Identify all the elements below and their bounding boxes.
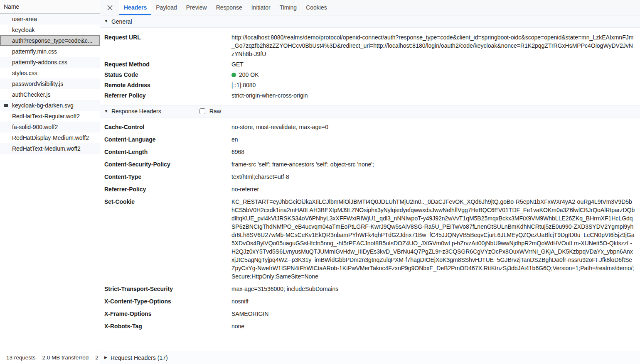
name-column-header[interactable]: Name [0,0,100,14]
status-dot-icon [231,73,236,77]
header-name: Content-Security-Policy [100,160,231,169]
response-headers-section-header[interactable]: ▼ Response Headers Raw [100,105,640,117]
close-x-glyph [107,5,113,11]
request-row[interactable]: RedHatText-Regular.woff2 [0,111,100,122]
header-name: Strict-Transport-Security [100,285,231,293]
request-name: authChecker.js [12,91,51,98]
header-value: strict-origin-when-cross-origin [231,91,640,100]
header-row: Status Code200 OK [100,69,640,80]
request-name: patternfly-addons.css [12,59,67,66]
header-value: text/html;charset=utf-8 [231,173,640,181]
header-value: 6968 [231,148,640,156]
header-name: X-Content-Type-Options [100,297,231,305]
request-row[interactable]: keycloak-bg-darken.svg [0,100,100,111]
header-name: Referrer Policy [100,91,231,100]
tab-preview[interactable]: Preview [182,0,212,15]
header-value: SAMEORIGIN [231,310,640,318]
status-text: 200 OK [239,71,258,78]
network-status-bar: 13 requests 2.0 MB transferred 2 [0,351,100,364]
header-row: X-Content-Type-Optionsnosniff [100,295,640,308]
request-row[interactable]: patternfly-addons.css [0,57,100,68]
tabs-strip: HeadersPayloadPreviewResponseInitiatorTi… [119,0,332,15]
response-headers-section-title: Response Headers [111,108,161,115]
tab-label: Headers [124,4,147,11]
tab-label: Payload [156,4,177,11]
request-row[interactable]: patternfly.min.css [0,46,100,57]
request-list: user-areakeycloakauth?response_type=code… [0,14,100,364]
transferred-amount: 2.0 MB transferred [42,354,89,361]
request-name: RedHatText-Medium.woff2 [12,145,81,152]
header-row: Cache-Controlno-store, must-revalidate, … [100,121,640,133]
devtools-network-panel: Name user-areakeycloakauth?response_type… [0,0,640,364]
request-detail-pane: HeadersPayloadPreviewResponseInitiatorTi… [100,0,640,364]
name-column-label: Name [4,3,19,10]
header-value: 200 OK [231,71,640,79]
request-name: RedHatDisplay-Medium.woff2 [12,134,89,141]
header-row: Content-Security-Policyframe-src 'self';… [100,158,640,171]
tab-cookies[interactable]: Cookies [301,0,332,15]
request-name: fa-solid-900.woff2 [12,124,58,130]
header-value: no-store, must-revalidate, max-age=0 [231,123,640,131]
tab-label: Timing [280,4,297,11]
request-headers-section-header[interactable]: ▶ Request Headers (17) [100,351,640,364]
header-name: Status Code [100,71,231,79]
header-value: [::1]:8080 [231,81,640,89]
header-value: nosniff [231,297,640,305]
header-row: Referrer Policystrict-origin-when-cross-… [100,90,640,100]
request-name: passwordVisibility.js [12,81,63,87]
tab-response[interactable]: Response [212,0,247,15]
tab-initiator[interactable]: Initiator [247,0,275,15]
header-name: Request Method [100,60,231,68]
tab-headers[interactable]: Headers [119,0,151,15]
general-rows: Request URLhttp://localhost:8080/realms/… [100,28,640,105]
header-name: Remote Address [100,81,231,89]
request-headers-section-title: Request Headers (17) [111,354,168,361]
request-row[interactable]: user-area [0,14,100,24]
header-value: max-age=31536000; includeSubDomains [231,285,640,293]
request-row[interactable]: RedHatText-Medium.woff2 [0,143,100,154]
request-name: keycloak-bg-darken.svg [12,102,74,109]
request-name: patternfly.min.css [12,48,57,55]
header-row: Request URLhttp://localhost:8080/realms/… [100,32,640,59]
request-row-selected[interactable]: auth?response_type=code&c... [0,35,100,46]
header-row: Set-CookieKC_RESTART=eyJhbGciOiJkaXIiLCJ… [100,195,640,283]
header-row: Remote Address[::1]:8080 [100,80,640,90]
header-value: http://localhost:8080/realms/demo/protoc… [231,33,640,58]
request-row[interactable]: authChecker.js [0,89,100,100]
chevron-down-icon: ▼ [104,110,108,113]
tab-timing[interactable]: Timing [275,0,302,15]
request-list-sidebar: Name user-areakeycloakauth?response_type… [0,0,100,364]
header-name: Cache-Control [100,123,231,131]
header-row: Strict-Transport-Securitymax-age=3153600… [100,283,640,295]
header-name: Content-Length [100,148,231,156]
header-row: Request MethodGET [100,59,640,69]
tab-label: Initiator [251,4,271,11]
general-section-title: General [111,18,132,25]
request-name: user-area [12,16,37,22]
header-row: Content-Typetext/html;charset=utf-8 [100,171,640,183]
request-row[interactable]: keycloak [0,24,100,35]
header-name: Content-Language [100,135,231,144]
request-row[interactable]: fa-solid-900.woff2 [0,122,100,132]
header-name: Set-Cookie [100,198,231,206]
header-value: no-referrer [231,185,640,193]
close-icon[interactable] [100,0,119,15]
header-name: X-Frame-Options [100,310,231,318]
tab-label: Response [216,4,242,11]
tab-label: Cookies [306,4,327,11]
chevron-down-icon: ▼ [104,20,108,23]
request-row[interactable]: RedHatDisplay-Medium.woff2 [0,132,100,143]
header-row: Content-Length6968 [100,146,640,158]
request-row[interactable]: styles.css [0,68,100,78]
resources-amount-clipped: 2 [95,354,98,361]
request-row[interactable]: passwordVisibility.js [0,78,100,89]
header-name: Request URL [100,33,231,42]
response-header-rows: Cache-Controlno-store, must-revalidate, … [100,117,640,337]
raw-checkbox[interactable] [199,108,205,114]
general-section-header[interactable]: ▼ General [100,15,640,28]
tab-label: Preview [186,4,207,11]
header-value: none [231,322,640,330]
tab-payload[interactable]: Payload [151,0,182,15]
header-name: X-Robots-Tag [100,322,231,330]
header-row: Content-Languageen [100,133,640,146]
